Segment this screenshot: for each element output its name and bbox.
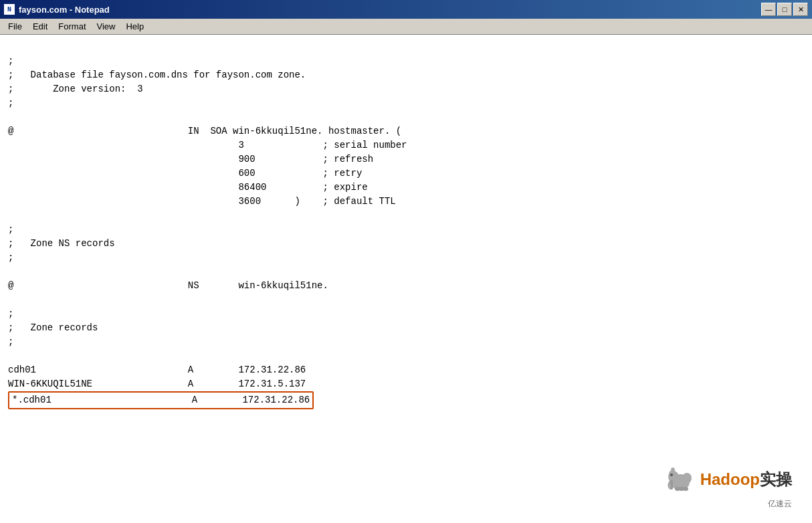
line-7: 3 ; serial number bbox=[8, 140, 407, 150]
elephant-icon bbox=[664, 463, 696, 496]
branding-area: Hadoop实操 亿速云 bbox=[664, 463, 792, 510]
svg-point-2 bbox=[682, 473, 692, 484]
line-4: ; bbox=[8, 98, 13, 108]
editor-area[interactable]: ; ; Database file fayson.com.dns for fay… bbox=[0, 35, 812, 523]
menu-file[interactable]: File bbox=[3, 20, 27, 33]
editor-content: ; ; Database file fayson.com.dns for fay… bbox=[8, 40, 804, 423]
line-19: ; bbox=[8, 308, 13, 319]
title-bar: N fayson.com - Notepad — □ ✕ bbox=[0, 0, 812, 19]
branding-logo: Hadoop实操 bbox=[664, 463, 792, 496]
line-9: 600 ; retry bbox=[8, 168, 362, 179]
notepad-window: N fayson.com - Notepad — □ ✕ File Edit F… bbox=[0, 0, 812, 523]
window-title: fayson.com - Notepad bbox=[19, 5, 757, 15]
line-20: ; Zone records bbox=[8, 322, 98, 333]
branding-sub-text: 亿速云 bbox=[768, 498, 792, 510]
line-5 bbox=[8, 112, 13, 122]
menu-help[interactable]: Help bbox=[120, 20, 149, 33]
menu-format[interactable]: Format bbox=[53, 20, 91, 33]
line-10: 86400 ; expire bbox=[8, 182, 368, 193]
window-controls: — □ ✕ bbox=[761, 3, 808, 16]
highlighted-line: *.cdh01 A 172.31.22.86 bbox=[8, 391, 314, 409]
branding-hadoop: Hadoop bbox=[700, 470, 760, 488]
line-6: @ IN SOA win-6kkuqil51ne. hostmaster. ( bbox=[8, 126, 401, 136]
branding-shizao: 实操 bbox=[760, 470, 792, 488]
line-16 bbox=[8, 266, 13, 277]
minimize-button[interactable]: — bbox=[761, 3, 776, 16]
line-1: ; bbox=[8, 56, 13, 66]
menu-view[interactable]: View bbox=[92, 20, 121, 33]
menu-bar: File Edit Format View Help bbox=[0, 19, 812, 35]
line-24: WIN-6KKUQIL51NE A 172.31.5.137 bbox=[8, 379, 306, 389]
maximize-button[interactable]: □ bbox=[777, 3, 792, 16]
line-13: ; bbox=[8, 224, 13, 235]
line-11: 3600 ) ; default TTL bbox=[8, 196, 396, 207]
line-22 bbox=[8, 350, 13, 361]
line-8: 900 ; refresh bbox=[8, 154, 373, 165]
svg-point-5 bbox=[671, 467, 675, 473]
line-21: ; bbox=[8, 336, 13, 347]
line-18 bbox=[8, 294, 13, 305]
app-icon: N bbox=[4, 4, 15, 15]
branding-main-text: Hadoop实操 bbox=[700, 469, 792, 490]
line-12 bbox=[8, 210, 13, 221]
close-button[interactable]: ✕ bbox=[793, 3, 808, 16]
menu-edit[interactable]: Edit bbox=[27, 20, 53, 33]
line-15: ; bbox=[8, 252, 13, 263]
line-17: @ NS win-6kkuqil51ne. bbox=[8, 280, 328, 291]
line-2: ; Database file fayson.com.dns for fayso… bbox=[8, 70, 306, 80]
line-3: ; Zone version: 3 bbox=[8, 84, 143, 94]
line-14: ; Zone NS records bbox=[8, 238, 115, 249]
line-23: cdh01 A 172.31.22.86 bbox=[8, 364, 306, 375]
svg-point-9 bbox=[675, 487, 680, 491]
svg-point-6 bbox=[670, 474, 673, 476]
svg-point-8 bbox=[683, 487, 688, 491]
